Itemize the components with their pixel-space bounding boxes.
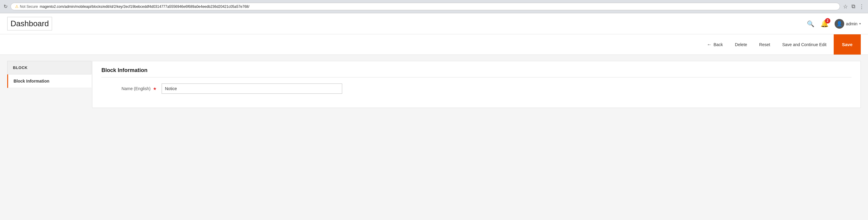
browser-chrome: ↻ ⚠ Not Secure magento2.com/admin/mobile… bbox=[0, 0, 868, 13]
menu-icon[interactable]: ⋮ bbox=[859, 3, 864, 10]
delete-button[interactable]: Delete bbox=[730, 40, 752, 49]
sidebar-nav: BLOCK Block Information bbox=[7, 61, 92, 108]
save-label: Save bbox=[842, 42, 852, 47]
back-label: Back bbox=[714, 42, 723, 47]
search-icon[interactable]: 🔍 bbox=[807, 20, 814, 27]
notification-bell[interactable]: 🔔 2 bbox=[820, 20, 829, 28]
header-actions: 🔍 🔔 2 👤 admin ▾ bbox=[807, 19, 861, 29]
back-arrow: ← bbox=[707, 42, 712, 47]
name-label-text: Name (English) bbox=[122, 86, 151, 91]
app-header: Dashboard 🔍 🔔 2 👤 admin ▾ bbox=[0, 13, 868, 34]
warning-icon: ⚠ bbox=[15, 4, 19, 9]
sidebar-item-block-information[interactable]: Block Information bbox=[7, 75, 92, 88]
main-form: Block Information Name (English) ★ bbox=[92, 61, 861, 108]
form-section-title: Block Information bbox=[101, 61, 851, 78]
extensions-icon[interactable]: ⧉ bbox=[851, 3, 855, 10]
user-dropdown-arrow: ▾ bbox=[859, 22, 861, 25]
browser-actions: ☆ ⧉ ⋮ bbox=[843, 3, 864, 10]
not-secure-text: Not Secure bbox=[20, 4, 38, 9]
toolbar: ← Back Delete Reset Save and Continue Ed… bbox=[0, 34, 868, 55]
url-text: magento2.com/admin/mobileapi/blocks/edit… bbox=[40, 4, 249, 9]
app-title[interactable]: Dashboard bbox=[7, 17, 52, 30]
address-bar[interactable]: ⚠ Not Secure magento2.com/admin/mobileap… bbox=[10, 3, 840, 10]
save-continue-button[interactable]: Save and Continue Edit bbox=[777, 40, 831, 49]
sidebar-item-label: Block Information bbox=[13, 79, 49, 83]
star-icon[interactable]: ☆ bbox=[843, 3, 848, 10]
notification-badge: 2 bbox=[825, 18, 830, 24]
browser-controls: ↻ bbox=[4, 4, 7, 9]
reset-button[interactable]: Reset bbox=[754, 40, 775, 49]
form-row-name: Name (English) ★ bbox=[101, 83, 851, 94]
user-name: admin bbox=[846, 21, 858, 26]
name-label: Name (English) ★ bbox=[101, 86, 162, 91]
name-input[interactable] bbox=[162, 83, 342, 94]
user-menu[interactable]: 👤 admin ▾ bbox=[835, 19, 861, 29]
delete-label: Delete bbox=[735, 42, 747, 47]
user-avatar-icon: 👤 bbox=[836, 21, 842, 27]
page-content: BLOCK Block Information Block Informatio… bbox=[0, 55, 868, 114]
security-indicator: ⚠ Not Secure bbox=[15, 4, 38, 9]
back-button[interactable]: ← Back bbox=[702, 39, 728, 50]
user-avatar: 👤 bbox=[835, 19, 844, 29]
reset-label: Reset bbox=[759, 42, 770, 47]
save-button[interactable]: Save bbox=[834, 34, 861, 55]
reload-icon[interactable]: ↻ bbox=[4, 4, 7, 9]
name-required-indicator: ★ bbox=[153, 86, 157, 91]
save-continue-label: Save and Continue Edit bbox=[782, 42, 827, 47]
sidebar-section-header: BLOCK bbox=[7, 61, 92, 75]
